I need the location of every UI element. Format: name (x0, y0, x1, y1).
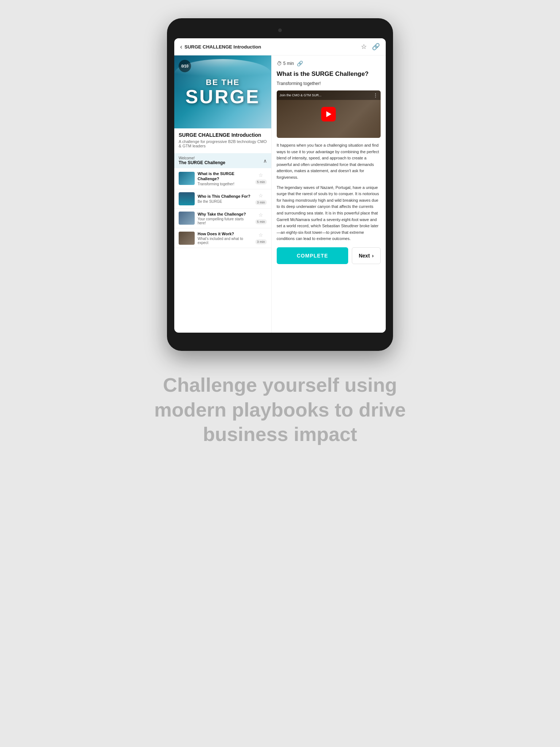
lesson-info-3: Why Take the Challenge? Your compelling … (198, 212, 252, 225)
lesson-desc-2: Be the SURGE (198, 200, 252, 204)
play-triangle-icon (326, 111, 331, 117)
star-icon[interactable]: ☆ (361, 43, 367, 51)
lesson-duration-3: 5 min (255, 219, 267, 224)
header-title: SURGE CHALLENGE Introduction (184, 44, 261, 50)
link-icon[interactable]: 🔗 (372, 43, 380, 51)
lesson-item[interactable]: Who is This Challenge For? Be the SURGE … (174, 189, 271, 209)
lesson-star-3[interactable]: ☆ (258, 212, 263, 218)
course-title-section: SURGE CHALLENGE Introduction A challenge… (174, 128, 271, 153)
bottom-tagline: Challenge yourself using modern playbook… (125, 351, 435, 476)
lesson-title-2: Who is This Challenge For? (198, 194, 252, 199)
lesson-duration-2: 3 min (255, 200, 267, 205)
header-left: ‹ SURGE CHALLENGE Introduction (180, 43, 261, 51)
lesson-list: What is the SURGE Challenge? Transformin… (174, 168, 271, 248)
lesson-info-1: What is the SURGE Challenge? Transformin… (198, 171, 252, 186)
lesson-right-4: ☆ 3 min (255, 232, 267, 244)
accordion-title: The SURGE Challenge (179, 160, 225, 165)
video-options-icon[interactable]: ⋮ (373, 93, 378, 98)
article-link-icon[interactable]: 🔗 (297, 61, 303, 66)
complete-button[interactable]: COMPLETE (277, 247, 348, 264)
lesson-title-3: Why Take the Challenge? (198, 212, 252, 217)
lesson-desc-1: Transforming together! (198, 182, 252, 186)
right-column: ⏱ 5 min 🔗 What is the SURGE Challenge? T… (272, 55, 386, 333)
chevron-up-icon: ∧ (263, 158, 267, 164)
article-tagline: Transforming together! (277, 81, 381, 86)
tagline-text: Challenge yourself using modern playbook… (154, 373, 406, 447)
read-time-label: 5 min (283, 61, 294, 66)
meta-row: ⏱ 5 min 🔗 (277, 61, 381, 66)
lesson-duration-4: 3 min (255, 239, 267, 244)
article-body-1: It happens when you face a challenging s… (277, 142, 381, 181)
tagline-line1: Challenge yourself using (163, 374, 397, 396)
lesson-right-2: ☆ 3 min (255, 193, 267, 205)
next-arrow-icon: › (372, 253, 374, 259)
tagline-line2: modern playbooks to drive (154, 399, 406, 421)
video-embed[interactable]: Join the CMO & GTM SUR... ⋮ (277, 90, 381, 138)
action-buttons: COMPLETE Next › (277, 247, 381, 266)
next-button[interactable]: Next › (352, 247, 381, 264)
hero-text: BE THE SURGE (185, 78, 260, 106)
left-column: 0/10 BE THE SURGE SURGE CHALLENGE Introd… (174, 55, 272, 333)
lesson-thumbnail-4 (179, 232, 195, 245)
accordion-label: Welcome! (179, 156, 225, 160)
lesson-thumbnail-3 (179, 212, 195, 225)
camera-dot (278, 28, 282, 32)
next-label: Next (359, 253, 370, 259)
lesson-item[interactable]: How Does it Work? What's included and wh… (174, 228, 271, 248)
lesson-duration-1: 5 min (255, 179, 267, 185)
lesson-info-4: How Does it Work? What's included and wh… (198, 231, 252, 245)
video-title-bar: Join the CMO & GTM SUR... ⋮ (277, 90, 381, 100)
video-title-text: Join the CMO & GTM SUR... (280, 93, 322, 97)
back-button[interactable]: ‹ (180, 43, 182, 51)
lesson-title-1: What is the SURGE Challenge? (198, 171, 252, 182)
lesson-info-2: Who is This Challenge For? Be the SURGE (198, 194, 252, 203)
accordion-content: Welcome! The SURGE Challenge (179, 156, 225, 165)
lesson-star-4[interactable]: ☆ (258, 232, 263, 238)
lesson-right-3: ☆ 5 min (255, 212, 267, 224)
course-title: SURGE CHALLENGE Introduction (179, 132, 267, 138)
app-header: ‹ SURGE CHALLENGE Introduction ☆ 🔗 (174, 38, 386, 55)
accordion-header[interactable]: Welcome! The SURGE Challenge ∧ (174, 153, 271, 168)
content-area: 0/10 BE THE SURGE SURGE CHALLENGE Introd… (174, 55, 386, 333)
clock-icon: ⏱ (277, 61, 282, 66)
tablet-device: ‹ SURGE CHALLENGE Introduction ☆ 🔗 0/10 … (167, 18, 393, 351)
lesson-star-2[interactable]: ☆ (258, 193, 263, 198)
lesson-desc-3: Your compelling future starts here! (198, 217, 252, 225)
progress-badge: 0/10 (179, 60, 191, 72)
lesson-right-1: ☆ 5 min (255, 172, 267, 185)
hero-image: 0/10 BE THE SURGE (174, 55, 271, 128)
header-right: ☆ 🔗 (361, 43, 380, 51)
tagline-line3: business impact (203, 423, 357, 445)
play-button[interactable] (321, 107, 336, 121)
tablet-screen: ‹ SURGE CHALLENGE Introduction ☆ 🔗 0/10 … (174, 38, 386, 333)
lesson-thumbnail-2 (179, 192, 195, 205)
hero-surge: SURGE (185, 87, 260, 106)
lesson-title-4: How Does it Work? (198, 231, 252, 236)
lesson-star-1[interactable]: ☆ (258, 172, 263, 178)
lesson-item[interactable]: Why Take the Challenge? Your compelling … (174, 209, 271, 228)
article-body-2: The legendary waves of Nazaré, Portugal,… (277, 185, 381, 242)
lesson-item[interactable]: What is the SURGE Challenge? Transformin… (174, 168, 271, 189)
read-time: ⏱ 5 min (277, 61, 294, 66)
article-title: What is the SURGE Challenge? (277, 70, 381, 78)
lesson-desc-4: What's included and what to expect (198, 237, 252, 245)
course-subtitle: A challenge for progressive B2B technolo… (179, 139, 267, 148)
lesson-thumbnail-1 (179, 172, 195, 185)
